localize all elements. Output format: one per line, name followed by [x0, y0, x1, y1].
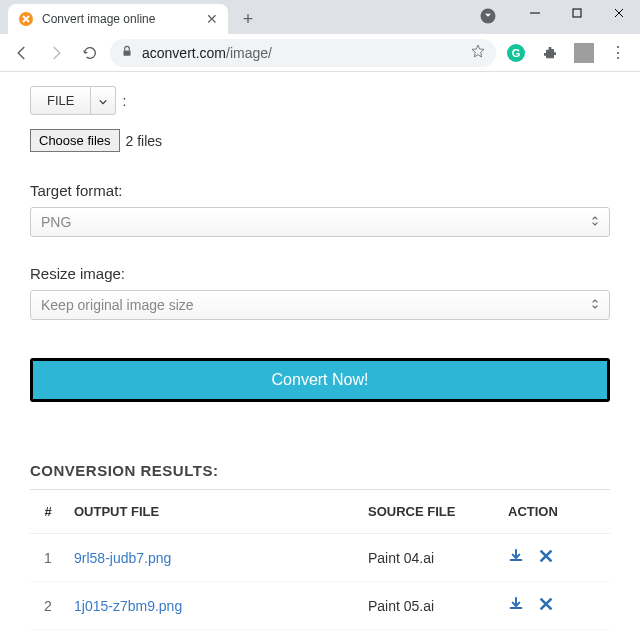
output-file-cell: 1j015-z7bm9.png: [66, 582, 360, 630]
profile-button[interactable]: [570, 39, 598, 67]
tab-title: Convert image online: [42, 12, 155, 26]
svg-rect-3: [573, 9, 581, 17]
page-content: FILE : Choose files 2 files Target forma…: [0, 72, 640, 642]
output-file-link[interactable]: 1j015-z7bm9.png: [74, 598, 182, 614]
reload-button[interactable]: [76, 39, 104, 67]
file-source-button[interactable]: FILE: [30, 86, 91, 115]
browser-menu-button[interactable]: ⋮: [604, 39, 632, 67]
output-file-link[interactable]: 9rl58-judb7.png: [74, 550, 171, 566]
lock-icon: [120, 44, 134, 61]
resize-image-label: Resize image:: [30, 265, 610, 282]
col-source: SOURCE FILE: [360, 490, 500, 534]
select-caret-icon: [591, 214, 599, 230]
bookmark-icon[interactable]: [470, 43, 486, 62]
table-row: 19rl58-judb7.pngPaint 04.ai: [30, 534, 610, 582]
results-table: # OUTPUT FILE SOURCE FILE ACTION 19rl58-…: [30, 490, 610, 630]
grammarly-extension-icon[interactable]: G: [502, 39, 530, 67]
target-format-value: PNG: [41, 214, 71, 230]
browser-titlebar: Convert image online ✕ +: [0, 0, 640, 34]
convert-now-button[interactable]: Convert Now!: [30, 358, 610, 402]
browser-tab[interactable]: Convert image online ✕: [8, 4, 228, 34]
maximize-button[interactable]: [556, 0, 598, 26]
target-format-label: Target format:: [30, 182, 610, 199]
select-caret-icon: [591, 297, 599, 313]
delete-icon[interactable]: [538, 596, 554, 615]
source-file-cell: Paint 04.ai: [360, 534, 500, 582]
new-tab-button[interactable]: +: [234, 5, 262, 33]
extensions-icon[interactable]: [536, 39, 564, 67]
files-selected-label: 2 files: [126, 133, 163, 149]
col-num: #: [30, 490, 66, 534]
choose-files-button[interactable]: Choose files: [30, 129, 120, 152]
download-icon[interactable]: [508, 548, 524, 567]
forward-button[interactable]: [42, 39, 70, 67]
resize-image-select[interactable]: Keep original image size: [30, 290, 610, 320]
minimize-button[interactable]: [514, 0, 556, 26]
file-source-dropdown[interactable]: [91, 86, 116, 115]
delete-icon[interactable]: [538, 548, 554, 567]
row-number: 1: [30, 534, 66, 582]
table-row: 21j015-z7bm9.pngPaint 05.ai: [30, 582, 610, 630]
file-colon-label: :: [122, 93, 126, 109]
target-format-select[interactable]: PNG: [30, 207, 610, 237]
resize-image-value: Keep original image size: [41, 297, 194, 313]
source-file-cell: Paint 05.ai: [360, 582, 500, 630]
row-number: 2: [30, 582, 66, 630]
page-scroll-area[interactable]: FILE : Choose files 2 files Target forma…: [0, 72, 640, 642]
profile-indicator-icon[interactable]: [476, 4, 500, 28]
svg-rect-6: [124, 50, 131, 55]
close-tab-icon[interactable]: ✕: [206, 11, 218, 27]
url-text: aconvert.com/image/: [142, 45, 272, 61]
output-file-cell: 9rl58-judb7.png: [66, 534, 360, 582]
favicon-icon: [18, 11, 34, 27]
choose-files-row: Choose files 2 files: [30, 129, 610, 152]
download-icon[interactable]: [508, 596, 524, 615]
close-window-button[interactable]: [598, 0, 640, 26]
results-heading: CONVERSION RESULTS:: [30, 462, 610, 490]
window-controls: [514, 0, 640, 26]
col-output: OUTPUT FILE: [66, 490, 360, 534]
chevron-down-icon: [99, 99, 107, 105]
back-button[interactable]: [8, 39, 36, 67]
file-source-row: FILE :: [30, 86, 610, 115]
address-bar[interactable]: aconvert.com/image/: [110, 39, 496, 67]
action-cell: [500, 582, 610, 630]
col-action: ACTION: [500, 490, 610, 534]
action-cell: [500, 534, 610, 582]
browser-toolbar: aconvert.com/image/ G ⋮: [0, 34, 640, 72]
